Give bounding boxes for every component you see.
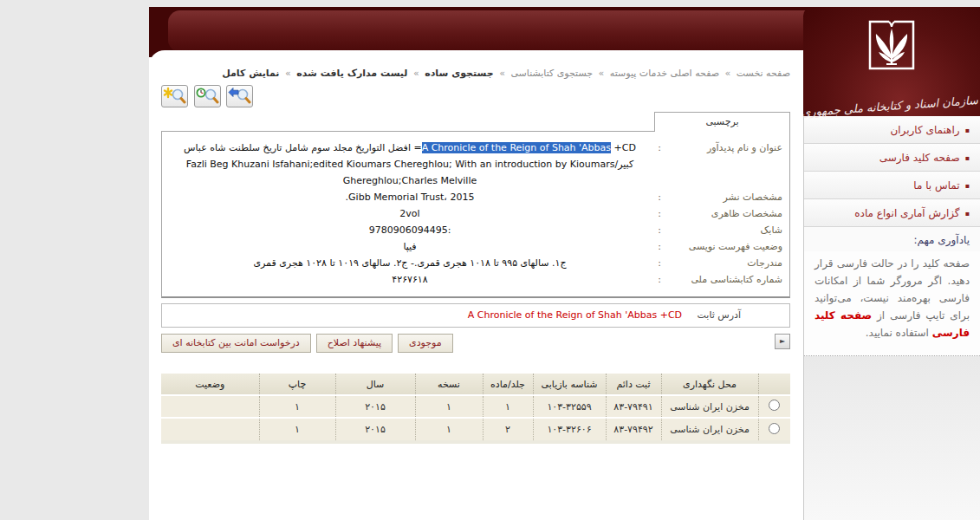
availability-button[interactable]: موجودی: [398, 334, 453, 353]
header-print: چاپ: [259, 374, 335, 395]
breadcrumb-separator: »: [285, 68, 291, 79]
interlibrary-loan-button[interactable]: درخواست امانت بین کتابخانه ای: [161, 334, 311, 353]
breadcrumb-results-list[interactable]: لیست مدارک یافت شده: [296, 68, 407, 79]
cell-volume: ۱: [483, 395, 533, 418]
cell-year: ۲۰۱۵: [335, 395, 415, 418]
sidebar-lower: ▪راهنمای کاربران ▪صفحه کلید فارسی ▪تماس …: [803, 116, 980, 520]
header-status: وضعیت: [161, 374, 259, 395]
org-name-calligraphy: سازمان اسناد و کتابخانه ملی جمهوری اسلام…: [803, 94, 979, 119]
breadcrumb-separator: »: [725, 68, 731, 79]
square-bullet-icon: ▪: [965, 182, 970, 190]
cell-copy: ۱: [415, 418, 483, 440]
breadcrumb-separator: »: [413, 68, 419, 79]
cell-location: مخزن ایران شناسی: [661, 395, 758, 418]
record-tab-row: برچسبی: [161, 112, 790, 131]
selected-title-text: A Chronicle of the Reign of Shah 'Abbas: [422, 142, 611, 153]
record-field-title: عنوان و نام پدیدآور : A Chronicle of the…: [162, 140, 789, 189]
title-value: A Chronicle of the Reign of Shah 'Abbas …: [169, 140, 651, 189]
cell-retrieval-id: ۱۰۳-۳۲۵۵۹: [533, 395, 606, 418]
holding-radio[interactable]: [769, 400, 780, 411]
sidebar-filler-panel: [804, 356, 980, 520]
national-library-logo: سازمان اسناد و کتابخانه ملی جمهوری اسلام…: [803, 7, 980, 116]
cell-year: ۲۰۱۵: [335, 418, 415, 440]
breadcrumb: صفحه نخست » صفحه اصلی خدمات پیوسته » جست…: [161, 68, 790, 81]
search-toolbar: [161, 85, 790, 109]
record-field-isbn: شابک : 9780906094495:: [162, 222, 789, 238]
header-year: سال: [335, 374, 415, 395]
record-field-national-bib-number: شماره کتابشناسی ملی : ۴۲۶۷۶۱۸: [162, 271, 789, 288]
breadcrumb-separator: »: [599, 68, 605, 79]
cell-registration: ۸۳-۷۹۴۹۲: [606, 418, 661, 440]
square-bullet-icon: ▪: [965, 210, 970, 218]
header-registration: ثبت دائم: [606, 374, 661, 395]
tab-labeled-view[interactable]: برچسبی: [654, 112, 790, 132]
header-volume: جلد/ماده: [483, 374, 533, 395]
square-bullet-icon: ▪: [965, 154, 970, 162]
holding-radio[interactable]: [769, 423, 780, 434]
table-footer-strip: [161, 440, 790, 444]
holdings-row: مخزن ایران شناسی ۸۳-۷۹۴۹۱ ۱۰۳-۳۲۵۵۹ ۱ ۱ …: [161, 395, 790, 418]
permalink-box: آدرس ثابت A Chronicle of the Reign of Sh…: [161, 303, 790, 328]
header-copy: نسخه: [415, 374, 483, 395]
record-field-physical: مشخصات ظاهری : 2vol: [162, 205, 789, 222]
cell-location: مخزن ایران شناسی: [661, 418, 758, 440]
content-area: صفحه نخست » صفحه اصلی خدمات پیوسته » جست…: [161, 61, 790, 444]
sidebar: سازمان اسناد و کتابخانه ملی جمهوری اسلام…: [803, 7, 980, 520]
back-to-results-icon[interactable]: [226, 85, 253, 107]
site-container: سازمان اسناد و کتابخانه ملی جمهوری اسلام…: [149, 7, 980, 520]
sidebar-item-persian-keyboard[interactable]: ▪صفحه کلید فارسی: [804, 144, 980, 172]
select-column-header: [758, 374, 790, 395]
sidebar-item-contact-us[interactable]: ▪تماس با ما: [804, 172, 980, 199]
breadcrumb-online-services[interactable]: صفحه اصلی خدمات پیوسته: [610, 68, 719, 79]
holdings-header-row: محل نگهداری ثبت دائم شناسه بازیابی جلد/م…: [161, 374, 790, 395]
action-row: موجودی پیشنهاد اصلاح درخواست امانت بین ک…: [161, 334, 790, 354]
cell-volume: ۲: [483, 418, 533, 440]
important-note-title: یادآوری مهم:: [804, 227, 980, 251]
record-field-publication: مشخصات نشر : .Gibb Memorial Trust، 2015: [162, 189, 789, 205]
square-bullet-icon: ▪: [965, 127, 970, 134]
cell-status: [161, 418, 259, 440]
search-history-icon[interactable]: [194, 85, 221, 107]
header-location: محل نگهداری: [661, 374, 758, 395]
action-buttons: موجودی پیشنهاد اصلاح درخواست امانت بین ک…: [161, 334, 790, 353]
note-text-after: استفاده نمایید.: [866, 327, 932, 339]
book-palm-logo-icon: [864, 16, 919, 78]
cell-registration: ۸۳-۷۹۴۹۱: [606, 395, 661, 418]
cell-status: [161, 395, 259, 418]
cell-retrieval-id: ۱۰۳-۳۲۶۰۶: [533, 418, 606, 440]
permalink-label: آدرس ثابت: [698, 309, 741, 321]
header-retrieval-id: شناسه بازیابی: [533, 374, 606, 395]
new-search-icon[interactable]: [161, 85, 188, 107]
breadcrumb-bibliographic-search[interactable]: جستجوی کتابشناسی: [510, 68, 593, 79]
cell-print: ۱: [259, 418, 335, 440]
holdings-table: محل نگهداری ثبت دائم شناسه بازیابی جلد/م…: [161, 374, 790, 440]
important-note-text: صفحه کلید را در حالت فارسی قرار دهید. اگ…: [804, 251, 980, 356]
record-field-cataloging-status: وضعیت فهرست نویسی : فیپا: [162, 238, 789, 255]
breadcrumb-simple-search[interactable]: جستجوی ساده: [425, 68, 493, 79]
suggest-correction-button[interactable]: پیشنهاد اصلاح: [316, 334, 393, 353]
cell-copy: ۱: [415, 395, 483, 418]
breadcrumb-separator: »: [499, 68, 505, 79]
breadcrumb-home[interactable]: صفحه نخست: [737, 68, 790, 79]
holdings-row: مخزن ایران شناسی ۸۳-۷۹۴۹۲ ۱۰۳-۳۲۶۰۶ ۲ ۱ …: [161, 418, 790, 440]
record-panel: عنوان و نام پدیدآور : A Chronicle of the…: [161, 131, 790, 298]
expand-arrow-button[interactable]: ►: [775, 334, 790, 349]
sidebar-item-user-guide[interactable]: ▪راهنمای کاربران: [804, 116, 980, 144]
record-field-contents: مندرجات : ج۱. سالهای ۹۹۵ تا ۱۰۱۸ هجری قم…: [162, 255, 789, 271]
cell-print: ۱: [259, 395, 335, 418]
sidebar-item-statistical-report[interactable]: ▪گزارش آماری انواع ماده: [804, 199, 980, 227]
breadcrumb-full-view: نمایش کامل: [222, 68, 279, 79]
permalink-value[interactable]: A Chronicle of the Reign of Shah 'Abbas …: [468, 309, 682, 321]
